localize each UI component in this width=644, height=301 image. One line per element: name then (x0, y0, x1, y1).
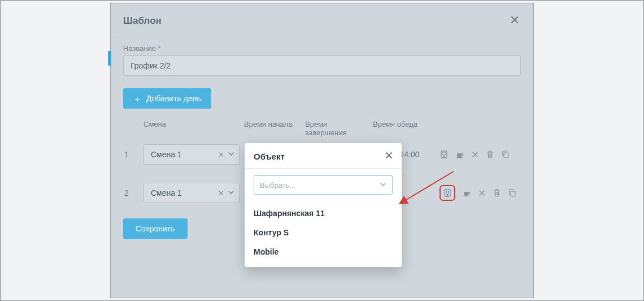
chevron-down-icon (228, 150, 234, 159)
svg-rect-14 (448, 192, 449, 194)
svg-rect-12 (448, 191, 449, 192)
cross-icon[interactable] (471, 150, 479, 158)
svg-rect-15 (447, 194, 449, 196)
row-actions (440, 185, 541, 201)
coffee-icon[interactable] (462, 188, 471, 197)
svg-rect-16 (463, 196, 469, 196)
close-icon[interactable] (508, 12, 521, 29)
modal-header: Шаблон (111, 3, 533, 37)
object-options-list: Шафарнянская 11 Контур S Mobile (245, 200, 402, 267)
svg-rect-8 (456, 157, 463, 158)
columns-header: Смена Время начала Время завершения Врем… (123, 118, 521, 141)
svg-rect-7 (443, 156, 445, 158)
header-start: Время начала (244, 120, 301, 137)
shift-select[interactable]: Смена 1 ✕ (143, 144, 240, 165)
object-option[interactable]: Контур S (245, 223, 402, 242)
svg-rect-11 (446, 191, 447, 192)
object-select[interactable]: Выбрать... (254, 175, 393, 195)
plus-icon: ＋ (133, 94, 142, 103)
popover-header: Объект (245, 143, 402, 169)
cross-icon[interactable] (478, 189, 486, 197)
modal-title: Шаблон (123, 15, 508, 27)
row-number: 1 (123, 150, 139, 159)
copy-icon[interactable] (501, 150, 510, 159)
svg-rect-9 (504, 153, 508, 158)
row-number: 2 (123, 188, 139, 197)
object-option[interactable]: Шафарнянская 11 (245, 204, 402, 223)
name-label: Название * (123, 44, 521, 53)
save-label: Сохранить (136, 224, 175, 233)
copy-icon[interactable] (508, 188, 516, 197)
svg-rect-5 (442, 154, 443, 155)
svg-rect-13 (446, 192, 447, 194)
row-actions (440, 150, 541, 159)
svg-rect-17 (511, 191, 515, 196)
object-popover: Объект Выбрать... Шафарнянская 11 Контур… (245, 143, 402, 267)
chevron-down-icon (228, 188, 234, 197)
object-option[interactable]: Mobile (245, 242, 402, 261)
required-star: * (158, 44, 161, 53)
trash-icon[interactable] (493, 188, 501, 197)
trash-icon[interactable] (486, 150, 494, 159)
save-button[interactable]: Сохранить (123, 218, 188, 239)
header-lunch: Время обеда (373, 120, 435, 137)
name-input[interactable] (123, 55, 521, 76)
shift-select[interactable]: Смена 1 ✕ (143, 183, 240, 203)
object-select-placeholder: Выбрать... (260, 181, 295, 190)
svg-rect-4 (445, 152, 446, 153)
add-day-button[interactable]: ＋ Добавить день (123, 88, 211, 109)
shift-value: Смена 1 (151, 188, 218, 197)
popover-title: Объект (254, 152, 385, 161)
shift-value: Смена 1 (151, 150, 218, 159)
chevron-down-icon (380, 181, 386, 190)
building-icon-highlighted[interactable] (440, 185, 455, 201)
name-label-text: Название (123, 44, 156, 53)
coffee-icon[interactable] (455, 150, 464, 159)
svg-rect-3 (442, 152, 443, 153)
svg-rect-6 (445, 154, 446, 155)
header-end: Время завершения (305, 120, 368, 137)
building-icon[interactable] (440, 150, 449, 159)
add-day-label: Добавить день (146, 94, 201, 103)
clear-icon[interactable]: ✕ (218, 189, 224, 197)
close-icon[interactable] (385, 151, 393, 161)
header-shift: Смена (143, 120, 240, 137)
clear-icon[interactable]: ✕ (218, 150, 224, 159)
